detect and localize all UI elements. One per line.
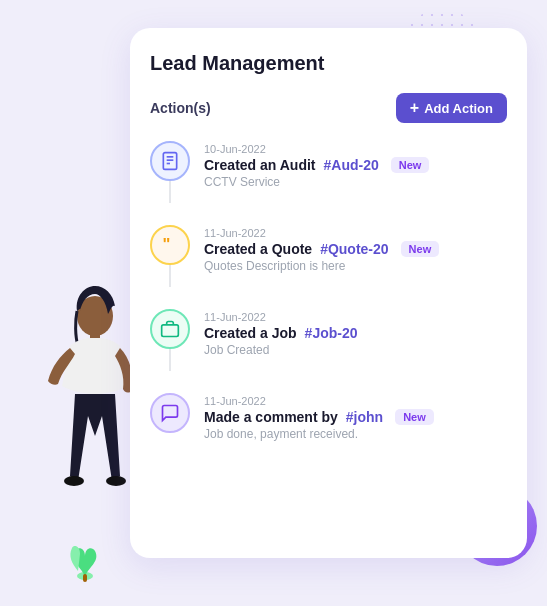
timeline-desc-comment: Job done, payment received. [204, 427, 507, 441]
timeline-content-audit: 10-Jun-2022 Created an Audit #Aud-20 New… [204, 141, 507, 189]
timeline-title-row-job: Created a Job #Job-20 [204, 325, 507, 341]
svg-rect-11 [162, 325, 179, 337]
timeline-line-audit [150, 141, 190, 203]
timeline-date-quote: 11-Jun-2022 [204, 227, 507, 239]
timeline-hash-quote: #Quote-20 [320, 241, 388, 257]
timeline-title-audit: Created an Audit [204, 157, 316, 173]
timeline-icon-quote: " [150, 225, 190, 265]
svg-point-5 [106, 476, 126, 486]
timeline-title-row-comment: Made a comment by #john New [204, 409, 507, 425]
timeline-connector-job [169, 349, 171, 371]
actions-header: Action(s) + Add Action [150, 93, 507, 123]
svg-text:": " [163, 235, 171, 254]
new-badge-quote: New [401, 241, 440, 257]
timeline-hash-job: #Job-20 [305, 325, 358, 341]
timeline-title-comment: Made a comment by [204, 409, 338, 425]
timeline-connector-audit [169, 181, 171, 203]
timeline-date-audit: 10-Jun-2022 [204, 143, 507, 155]
new-badge-audit: New [391, 157, 430, 173]
timeline-date-comment: 11-Jun-2022 [204, 395, 507, 407]
actions-label: Action(s) [150, 100, 211, 116]
card-title: Lead Management [150, 52, 507, 75]
person-illustration [20, 276, 140, 576]
lead-management-card: Lead Management Action(s) + Add Action 1… [130, 28, 527, 558]
timeline-icon-job [150, 309, 190, 349]
timeline-line-job [150, 309, 190, 371]
timeline-line-quote: " [150, 225, 190, 287]
timeline-desc-audit: CCTV Service [204, 175, 507, 189]
timeline-desc-job: Job Created [204, 343, 507, 357]
timeline-content-job: 11-Jun-2022 Created a Job #Job-20 Job Cr… [204, 309, 507, 357]
svg-point-4 [64, 476, 84, 486]
plus-icon: + [410, 100, 419, 116]
timeline-icon-audit [150, 141, 190, 181]
timeline: 10-Jun-2022 Created an Audit #Aud-20 New… [150, 141, 507, 441]
timeline-content-comment: 11-Jun-2022 Made a comment by #john New … [204, 393, 507, 441]
timeline-item-job: 11-Jun-2022 Created a Job #Job-20 Job Cr… [150, 309, 507, 393]
add-action-button[interactable]: + Add Action [396, 93, 507, 123]
new-badge-comment: New [395, 409, 434, 425]
timeline-date-job: 11-Jun-2022 [204, 311, 507, 323]
timeline-line-comment [150, 393, 190, 433]
timeline-connector-quote [169, 265, 171, 287]
timeline-hash-audit: #Aud-20 [324, 157, 379, 173]
timeline-hash-comment: #john [346, 409, 383, 425]
timeline-icon-comment [150, 393, 190, 433]
timeline-item-comment: 11-Jun-2022 Made a comment by #john New … [150, 393, 507, 441]
timeline-item-audit: 10-Jun-2022 Created an Audit #Aud-20 New… [150, 141, 507, 225]
timeline-title-row-audit: Created an Audit #Aud-20 New [204, 157, 507, 173]
timeline-desc-quote: Quotes Description is here [204, 259, 507, 273]
timeline-content-quote: 11-Jun-2022 Created a Quote #Quote-20 Ne… [204, 225, 507, 273]
add-action-label: Add Action [424, 101, 493, 116]
timeline-title-job: Created a Job [204, 325, 297, 341]
timeline-title-row-quote: Created a Quote #Quote-20 New [204, 241, 507, 257]
timeline-item-quote: " 11-Jun-2022 Created a Quote #Quote-20 … [150, 225, 507, 309]
timeline-title-quote: Created a Quote [204, 241, 312, 257]
